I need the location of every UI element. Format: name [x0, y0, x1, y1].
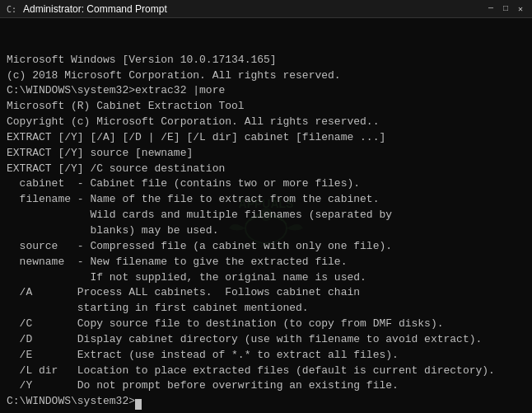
cursor: [135, 399, 142, 410]
terminal-line: C:\WINDOWS\system32>: [7, 394, 525, 410]
terminal-line: EXTRACT [/Y] source [newname]: [7, 146, 525, 162]
svg-text:C:: C:: [7, 5, 16, 14]
terminal-line: /C Copy source file to destination (to c…: [7, 317, 525, 332]
maximize-button[interactable]: □: [499, 2, 512, 16]
terminal-line: (c) 2018 Microsoft Corporation. All righ…: [7, 68, 525, 84]
cmd-icon: C:: [5, 2, 18, 16]
terminal-line: filename - Name of the file to extract f…: [7, 192, 525, 208]
terminal-line: /D Display cabinet directory (use with f…: [7, 332, 525, 348]
terminal-content: Microsoft Windows [Version 10.0.17134.16…: [7, 21, 525, 410]
title-bar: C: Administrator: Command Prompt ─ □ ✕: [0, 0, 532, 18]
terminal-line: Microsoft (R) Cabinet Extraction Tool: [7, 99, 525, 115]
terminal-line: /E Extract (use instead of *.* to extrac…: [7, 348, 525, 364]
terminal-line: source - Compressed file (a cabinet with…: [7, 239, 525, 255]
terminal-line: /Y Do not prompt before overwriting an e…: [7, 378, 525, 394]
terminal-line: EXTRACT [/Y] [/A] [/D | /E] [/L dir] cab…: [7, 130, 525, 146]
terminal-line: /A Process ALL cabinets. Follows cabinet…: [7, 285, 525, 301]
terminal-line: If not supplied, the original name is us…: [7, 270, 525, 286]
terminal-line: blanks) may be used.: [7, 223, 525, 239]
terminal-line: cabinet - Cabinet file (contains two or …: [7, 176, 525, 192]
terminal-line: C:\WINDOWS\system32>extrac32 |more: [7, 83, 525, 99]
terminal-line: /L dir Location to place extracted files…: [7, 364, 525, 379]
title-bar-text: Administrator: Command Prompt: [23, 3, 484, 15]
terminal-line: EXTRACT [/Y] /C source destination: [7, 162, 525, 177]
terminal-line: Wild cards and multiple filenames (separ…: [7, 208, 525, 223]
close-button[interactable]: ✕: [514, 2, 527, 16]
title-bar-buttons: ─ □ ✕: [484, 2, 527, 16]
terminal-line: newname - New filename to give the extra…: [7, 255, 525, 270]
terminal-line: Microsoft Windows [Version 10.0.17134.16…: [7, 53, 525, 68]
terminal-line: starting in first cabinet mentioned.: [7, 301, 525, 317]
terminal-line: Copyright (c) Microsoft Corporation. All…: [7, 115, 525, 130]
minimize-button[interactable]: ─: [484, 2, 497, 16]
terminal-window[interactable]: APPUALS APPUALS.COM Microsoft Windows [V…: [0, 18, 532, 413]
